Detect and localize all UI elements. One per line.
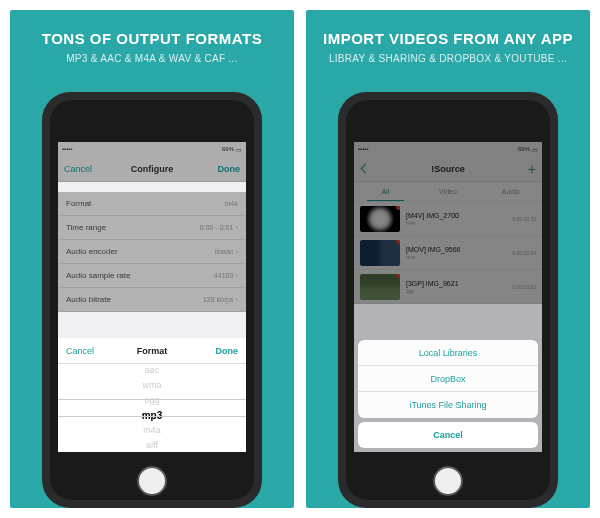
picker-cancel[interactable]: Cancel <box>66 346 94 356</box>
action-sheet-group: Local Libraries DropBox iTunes File Shar… <box>358 340 538 418</box>
setting-label: Time range <box>66 223 106 232</box>
home-button[interactable] <box>137 466 167 496</box>
setting-row-bitrate[interactable]: Audio bitrate 128 kb/ps› <box>58 288 246 312</box>
action-cancel[interactable]: Cancel <box>358 422 538 448</box>
setting-value: 44100 <box>214 272 233 279</box>
battery-pct: 69% <box>222 146 234 152</box>
chevron-right-icon: › <box>235 271 238 280</box>
nav-title: Configure <box>131 164 174 174</box>
subheadline: LIBRAY & SHARING & DROPBOX & YOUTUBE ... <box>329 53 567 64</box>
headline: TONS OF OUTPUT FORMATS <box>42 30 262 47</box>
setting-label: Audio encoder <box>66 247 118 256</box>
picker-selection-band <box>58 399 246 417</box>
action-itunes-sharing[interactable]: iTunes File Sharing <box>358 392 538 418</box>
setting-label: Audio bitrate <box>66 295 111 304</box>
setting-value: 128 kb/ps <box>203 296 233 303</box>
carrier-signal: ••••• <box>62 146 73 152</box>
format-picker[interactable]: Cancel Format Done aac wma ogg mp3 m4a a… <box>58 338 246 452</box>
phone-frame: ••••• 69%▭ !Source + All Video Audio <box>338 92 558 508</box>
setting-value: libaac <box>215 248 233 255</box>
picker-option[interactable]: m4a <box>143 423 161 438</box>
chevron-right-icon: › <box>235 223 238 232</box>
setting-value: 0:00 - 0:01 <box>200 224 233 231</box>
setting-label: Audio sample rate <box>66 271 130 280</box>
picker-option[interactable]: aiff <box>146 438 158 452</box>
picker-option[interactable]: wma <box>142 378 161 393</box>
home-button[interactable] <box>433 466 463 496</box>
promo-panel-import: IMPORT VIDEOS FROM ANY APP LIBRAY & SHAR… <box>306 10 590 508</box>
nav-bar: Cancel Configure Done <box>58 156 246 182</box>
action-local-libraries[interactable]: Local Libraries <box>358 340 538 366</box>
phone-screen: ••••• 69%▭ Cancel Configure Done Format … <box>58 142 246 452</box>
picker-option[interactable]: aac <box>145 364 160 378</box>
setting-row-timerange[interactable]: Time range 0:00 - 0:01› <box>58 216 246 240</box>
picker-title: Format <box>137 346 168 356</box>
subheadline: MP3 & AAC & M4A & WAV & CAF ... <box>66 53 238 64</box>
status-bar: ••••• 69%▭ <box>58 142 246 156</box>
promo-panel-formats: TONS OF OUTPUT FORMATS MP3 & AAC & M4A &… <box>10 10 294 508</box>
chevron-right-icon: › <box>235 295 238 304</box>
setting-value: m4a <box>224 200 238 207</box>
nav-done[interactable]: Done <box>218 164 241 174</box>
picker-toolbar: Cancel Format Done <box>58 338 246 364</box>
setting-row-encoder[interactable]: Audio encoder libaac› <box>58 240 246 264</box>
phone-frame: ••••• 69%▭ Cancel Configure Done Format … <box>42 92 262 508</box>
chevron-right-icon: › <box>235 247 238 256</box>
settings-list: Format m4a Time range 0:00 - 0:01› Audio… <box>58 192 246 312</box>
action-sheet: Local Libraries DropBox iTunes File Shar… <box>358 340 538 452</box>
headline: IMPORT VIDEOS FROM ANY APP <box>323 30 573 47</box>
picker-done[interactable]: Done <box>216 346 239 356</box>
setting-row-samplerate[interactable]: Audio sample rate 44100› <box>58 264 246 288</box>
setting-label: Format <box>66 199 91 208</box>
setting-row-format[interactable]: Format m4a <box>58 192 246 216</box>
nav-cancel[interactable]: Cancel <box>64 164 92 174</box>
picker-wheel[interactable]: aac wma ogg mp3 m4a aiff <box>58 364 246 452</box>
phone-screen: ••••• 69%▭ !Source + All Video Audio <box>354 142 542 452</box>
action-dropbox[interactable]: DropBox <box>358 366 538 392</box>
